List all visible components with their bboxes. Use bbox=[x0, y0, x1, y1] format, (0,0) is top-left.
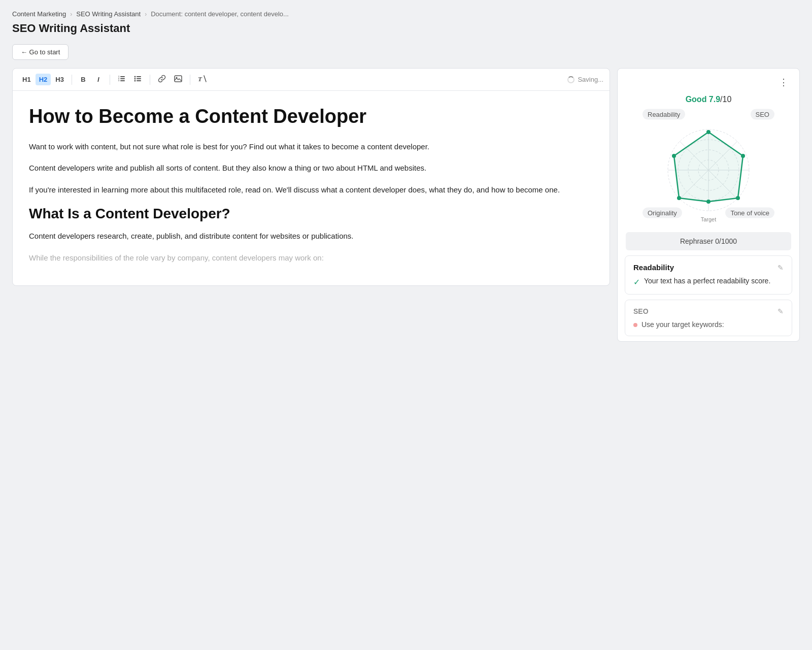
radar-chart-wrapper: Readability SEO Originality Tone of voic… bbox=[648, 114, 769, 226]
breadcrumb-sep-2: › bbox=[145, 11, 147, 18]
unordered-list-button[interactable] bbox=[130, 73, 146, 86]
insert-group bbox=[154, 73, 186, 86]
readability-check-text: Your text has a perfect readability scor… bbox=[644, 277, 770, 285]
image-button[interactable] bbox=[171, 73, 186, 86]
readability-card: Readability ✎ ✓ Your text has a perfect … bbox=[625, 255, 792, 295]
italic-button[interactable]: I bbox=[91, 74, 106, 85]
paragraph-2: Content developers write and publish all… bbox=[29, 162, 593, 175]
article-title: How to Become a Content Developer bbox=[29, 105, 593, 128]
svg-rect-2 bbox=[120, 80, 125, 81]
toolbar-sep-3 bbox=[150, 75, 150, 85]
list-group: 1 2 3 bbox=[114, 73, 146, 86]
paragraph-5-faded: While the responsibilities of the role v… bbox=[29, 252, 593, 265]
clear-format-button[interactable]: T bbox=[194, 73, 211, 86]
breadcrumb-seo-writing-assistant[interactable]: SEO Writing Assistant bbox=[76, 10, 141, 18]
toolbar-sep-2 bbox=[110, 75, 110, 85]
score-denom: /10 bbox=[720, 95, 731, 104]
page-title: SEO Writing Assistant bbox=[12, 22, 800, 35]
check-icon: ✓ bbox=[633, 277, 640, 287]
svg-rect-0 bbox=[120, 76, 125, 77]
readability-card-header: Readability ✎ bbox=[633, 263, 784, 272]
svg-rect-7 bbox=[137, 78, 141, 79]
seo-card-title: SEO bbox=[633, 307, 649, 315]
svg-point-29 bbox=[677, 196, 681, 200]
radar-label-readability[interactable]: Readability bbox=[642, 109, 685, 120]
editor-toolbar: H1 H2 H3 B I 1 2 3 bbox=[13, 69, 610, 91]
main-layout: H1 H2 H3 B I 1 2 3 bbox=[12, 68, 800, 342]
radar-label-seo[interactable]: SEO bbox=[751, 109, 774, 120]
rephraser-bar[interactable]: Rephraser 0/1000 bbox=[626, 232, 791, 250]
svg-rect-6 bbox=[137, 76, 141, 77]
editor-content[interactable]: How to Become a Content Developer Want t… bbox=[13, 91, 610, 285]
score-display: Good 7.9/10 bbox=[626, 95, 791, 104]
editor-panel: H1 H2 H3 B I 1 2 3 bbox=[12, 68, 610, 286]
breadcrumb-sep-1: › bbox=[70, 11, 72, 18]
article-h2: What Is a Content Developer? bbox=[29, 206, 593, 222]
svg-text:3: 3 bbox=[118, 79, 120, 82]
toolbar-sep-1 bbox=[72, 75, 72, 85]
heading-group: H1 H2 H3 bbox=[19, 74, 67, 85]
seo-edit-icon[interactable]: ✎ bbox=[777, 307, 784, 315]
seo-card: SEO ✎ Use your target keywords: bbox=[625, 300, 792, 336]
svg-point-27 bbox=[736, 196, 740, 200]
seo-bullet-text: Use your target keywords: bbox=[641, 320, 724, 329]
ordered-list-icon: 1 2 3 bbox=[118, 75, 126, 83]
saving-spinner bbox=[567, 76, 574, 83]
svg-point-30 bbox=[672, 154, 676, 158]
score-word: Good bbox=[686, 95, 707, 104]
format-group: B I bbox=[76, 74, 106, 85]
sidebar-panel: ⋮ Good 7.9/10 Readability SEO Originalit… bbox=[617, 68, 800, 342]
svg-rect-12 bbox=[175, 76, 182, 82]
score-section: Good 7.9/10 bbox=[618, 93, 799, 110]
svg-marker-24 bbox=[674, 132, 743, 202]
svg-point-11 bbox=[134, 80, 136, 82]
sidebar-header: ⋮ bbox=[618, 69, 799, 93]
go-to-start-button[interactable]: ← Go to start bbox=[12, 44, 69, 60]
svg-text:T: T bbox=[198, 75, 202, 83]
link-icon bbox=[158, 75, 166, 83]
svg-point-10 bbox=[134, 78, 136, 80]
breadcrumb: Content Marketing › SEO Writing Assistan… bbox=[12, 10, 800, 18]
svg-point-28 bbox=[706, 200, 710, 204]
seo-bullet-item: Use your target keywords: bbox=[633, 320, 784, 329]
toolbar-sep-4 bbox=[190, 75, 190, 85]
clear-format-icon: T bbox=[198, 75, 207, 83]
svg-line-15 bbox=[204, 76, 206, 82]
radar-svg bbox=[648, 119, 769, 221]
sidebar-menu-button[interactable]: ⋮ bbox=[776, 76, 791, 89]
ordered-list-button[interactable]: 1 2 3 bbox=[114, 73, 129, 86]
bold-button[interactable]: B bbox=[76, 74, 90, 85]
svg-rect-8 bbox=[137, 80, 141, 81]
svg-rect-1 bbox=[120, 78, 125, 79]
breadcrumb-document: Document: content developer, content dev… bbox=[151, 10, 289, 18]
paragraph-3: If you're interested in learning more ab… bbox=[29, 184, 593, 197]
svg-point-9 bbox=[134, 76, 136, 78]
saving-indicator: Saving... bbox=[567, 76, 603, 83]
seo-dot-icon bbox=[633, 323, 637, 327]
readability-card-title: Readability bbox=[633, 263, 674, 272]
h2-button[interactable]: H2 bbox=[36, 74, 51, 85]
image-icon bbox=[174, 75, 182, 83]
readability-check-item: ✓ Your text has a perfect readability sc… bbox=[633, 277, 784, 287]
paragraph-1: Want to work with content, but not sure … bbox=[29, 141, 593, 153]
h3-button[interactable]: H3 bbox=[52, 74, 67, 85]
breadcrumb-content-marketing[interactable]: Content Marketing bbox=[12, 10, 66, 18]
readability-edit-icon[interactable]: ✎ bbox=[777, 264, 784, 272]
saving-text: Saving... bbox=[578, 76, 603, 83]
svg-point-25 bbox=[706, 130, 710, 134]
svg-point-26 bbox=[741, 154, 745, 158]
clear-group: T bbox=[194, 73, 211, 86]
paragraph-4: Content developers research, create, pub… bbox=[29, 230, 593, 243]
link-button[interactable] bbox=[154, 73, 170, 86]
h1-button[interactable]: H1 bbox=[19, 74, 35, 85]
seo-card-header: SEO ✎ bbox=[633, 307, 784, 315]
unordered-list-icon bbox=[134, 75, 142, 83]
score-number: 7.9 bbox=[709, 95, 720, 104]
